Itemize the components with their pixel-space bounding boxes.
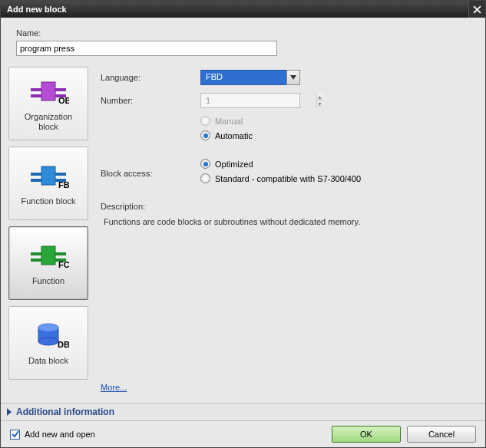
description-label: Description: <box>101 202 471 211</box>
radio-optimized[interactable] <box>200 159 210 169</box>
tile-label: Function block <box>21 196 76 206</box>
svg-text:DB: DB <box>58 340 69 349</box>
check-icon <box>12 430 19 438</box>
spinner-buttons: ▲ ▼ <box>316 94 322 107</box>
block-type-sidebar: OB Organizationblock FB <box>8 67 88 398</box>
number-spinner: ▲ ▼ <box>200 93 300 108</box>
svg-text:FC: FC <box>58 260 69 269</box>
svg-rect-8 <box>55 173 66 176</box>
svg-rect-2 <box>55 88 66 91</box>
svg-point-21 <box>38 324 58 331</box>
language-value: FBD <box>200 70 300 85</box>
svg-text:FB: FB <box>58 180 69 189</box>
radio-automatic[interactable] <box>200 130 210 140</box>
add-new-block-dialog: Add new block Name: <box>0 0 486 448</box>
cancel-button[interactable]: Cancel <box>407 426 476 443</box>
spinner-up-icon: ▲ <box>317 94 322 101</box>
language-label: Language: <box>101 73 200 82</box>
tile-label: Function <box>32 276 64 286</box>
tile-label: Data block <box>28 356 68 366</box>
close-button[interactable] <box>468 1 485 18</box>
main-area: OB Organizationblock FB <box>1 64 485 403</box>
ok-button-label: OK <box>360 430 372 439</box>
more-link[interactable]: More... <box>101 383 127 392</box>
number-label: Number: <box>101 96 200 105</box>
detail-panel: Language: FBD Number: <box>96 67 478 398</box>
tile-data-block[interactable]: DB Data block <box>8 306 88 380</box>
spinner-down-icon: ▼ <box>317 101 322 108</box>
dialog-body: Name: OB Organizat <box>1 18 485 447</box>
optimized-label: Optimized <box>215 160 253 169</box>
svg-rect-7 <box>31 173 41 176</box>
svg-rect-0 <box>41 82 55 100</box>
svg-rect-12 <box>41 246 55 265</box>
number-input <box>201 94 316 107</box>
cancel-button-label: Cancel <box>428 430 455 439</box>
name-label: Name: <box>16 28 473 38</box>
additional-information-label: Additional information <box>16 407 114 417</box>
fb-icon: FB <box>27 160 70 192</box>
name-input[interactable] <box>16 41 277 56</box>
standard-label: Standard - compatible with S7-300/400 <box>215 174 361 183</box>
blockaccess-label: Block access: <box>101 169 200 178</box>
manual-label: Manual <box>215 117 243 126</box>
ob-icon: OB <box>27 75 70 107</box>
dropdown-arrow-icon <box>286 70 300 85</box>
svg-rect-9 <box>31 179 41 182</box>
svg-rect-1 <box>31 88 41 91</box>
close-icon <box>473 5 481 14</box>
automatic-label: Automatic <box>215 131 253 140</box>
svg-rect-13 <box>31 252 41 255</box>
svg-rect-6 <box>41 166 55 185</box>
window-title: Add new block <box>7 5 67 14</box>
tile-organization-block[interactable]: OB Organizationblock <box>8 67 88 140</box>
add-new-and-open-label: Add new and open <box>25 430 95 439</box>
svg-rect-14 <box>55 252 66 255</box>
tile-label: Organizationblock <box>25 112 72 132</box>
name-section: Name: <box>1 18 485 64</box>
tile-function-block[interactable]: FB Function block <box>8 147 88 220</box>
svg-rect-15 <box>31 259 41 262</box>
svg-point-20 <box>38 338 58 345</box>
chevron-right-icon <box>7 408 12 416</box>
db-icon: DB <box>27 319 70 351</box>
description-text: Functions are code blocks or subroutines… <box>101 217 471 226</box>
svg-rect-3 <box>31 94 41 97</box>
tile-function[interactable]: FC Function <box>8 226 88 300</box>
dialog-footer: Add new and open OK Cancel <box>1 421 485 447</box>
fc-icon: FC <box>27 239 70 272</box>
additional-information-toggle[interactable]: Additional information <box>1 403 485 421</box>
radio-standard[interactable] <box>200 173 210 183</box>
add-new-and-open-checkbox[interactable] <box>10 430 20 440</box>
svg-text:OB: OB <box>58 96 69 105</box>
ok-button[interactable]: OK <box>332 426 401 443</box>
radio-manual[interactable] <box>200 116 210 126</box>
titlebar: Add new block <box>1 1 485 18</box>
language-select[interactable]: FBD <box>200 70 300 85</box>
